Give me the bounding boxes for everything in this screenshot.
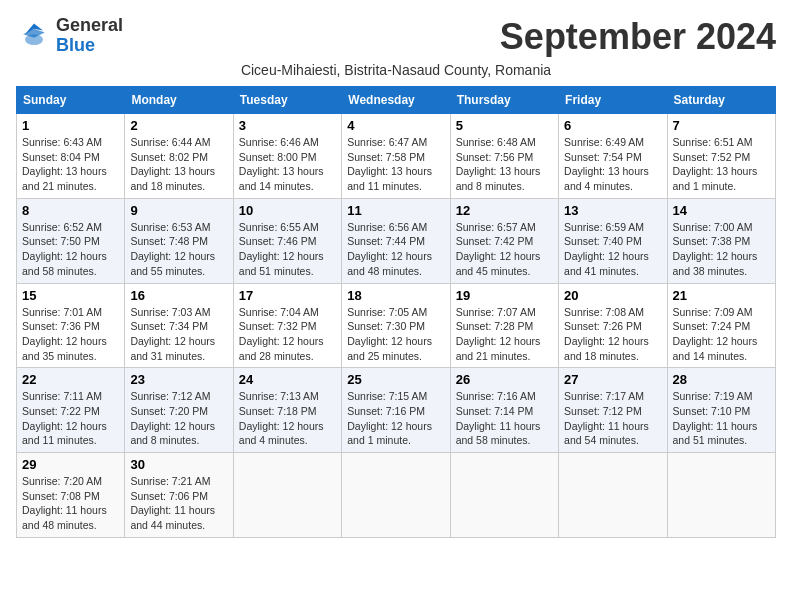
cell-info: Sunrise: 7:05 AM	[347, 305, 444, 320]
calendar-cell: 1Sunrise: 6:43 AMSunset: 8:04 PMDaylight…	[17, 114, 125, 199]
day-number: 14	[673, 203, 770, 218]
day-number: 27	[564, 372, 661, 387]
day-number: 26	[456, 372, 553, 387]
day-number: 30	[130, 457, 227, 472]
cell-info: Sunset: 7:16 PM	[347, 404, 444, 419]
calendar-cell: 26Sunrise: 7:16 AMSunset: 7:14 PMDayligh…	[450, 368, 558, 453]
day-number: 22	[22, 372, 119, 387]
day-number: 4	[347, 118, 444, 133]
calendar-cell: 22Sunrise: 7:11 AMSunset: 7:22 PMDayligh…	[17, 368, 125, 453]
day-header-sunday: Sunday	[17, 87, 125, 114]
calendar-cell: 19Sunrise: 7:07 AMSunset: 7:28 PMDayligh…	[450, 283, 558, 368]
cell-info: Daylight: 12 hours and 1 minute.	[347, 419, 444, 448]
calendar-cell: 24Sunrise: 7:13 AMSunset: 7:18 PMDayligh…	[233, 368, 341, 453]
calendar-cell: 11Sunrise: 6:56 AMSunset: 7:44 PMDayligh…	[342, 198, 450, 283]
cell-info: Daylight: 12 hours and 58 minutes.	[22, 249, 119, 278]
cell-info: Sunrise: 6:44 AM	[130, 135, 227, 150]
calendar-cell: 16Sunrise: 7:03 AMSunset: 7:34 PMDayligh…	[125, 283, 233, 368]
calendar-cell: 5Sunrise: 6:48 AMSunset: 7:56 PMDaylight…	[450, 114, 558, 199]
cell-info: Sunrise: 7:11 AM	[22, 389, 119, 404]
day-number: 6	[564, 118, 661, 133]
cell-info: Sunset: 7:24 PM	[673, 319, 770, 334]
cell-info: Sunrise: 6:52 AM	[22, 220, 119, 235]
cell-info: Sunrise: 7:17 AM	[564, 389, 661, 404]
cell-info: Sunrise: 7:04 AM	[239, 305, 336, 320]
day-number: 12	[456, 203, 553, 218]
cell-info: Daylight: 12 hours and 48 minutes.	[347, 249, 444, 278]
calendar-cell: 12Sunrise: 6:57 AMSunset: 7:42 PMDayligh…	[450, 198, 558, 283]
day-number: 8	[22, 203, 119, 218]
cell-info: Sunrise: 6:49 AM	[564, 135, 661, 150]
day-number: 24	[239, 372, 336, 387]
cell-info: Sunrise: 6:55 AM	[239, 220, 336, 235]
calendar-cell: 6Sunrise: 6:49 AMSunset: 7:54 PMDaylight…	[559, 114, 667, 199]
cell-info: Sunset: 7:26 PM	[564, 319, 661, 334]
day-number: 9	[130, 203, 227, 218]
calendar-cell: 4Sunrise: 6:47 AMSunset: 7:58 PMDaylight…	[342, 114, 450, 199]
month-title: September 2024	[500, 16, 776, 58]
cell-info: Sunrise: 6:43 AM	[22, 135, 119, 150]
cell-info: Sunrise: 6:59 AM	[564, 220, 661, 235]
calendar-cell: 27Sunrise: 7:17 AMSunset: 7:12 PMDayligh…	[559, 368, 667, 453]
svg-point-2	[25, 34, 43, 45]
logo: General Blue	[16, 16, 123, 56]
calendar-cell: 30Sunrise: 7:21 AMSunset: 7:06 PMDayligh…	[125, 453, 233, 538]
cell-info: Daylight: 12 hours and 45 minutes.	[456, 249, 553, 278]
cell-info: Daylight: 12 hours and 8 minutes.	[130, 419, 227, 448]
calendar-cell: 9Sunrise: 6:53 AMSunset: 7:48 PMDaylight…	[125, 198, 233, 283]
calendar-cell: 8Sunrise: 6:52 AMSunset: 7:50 PMDaylight…	[17, 198, 125, 283]
cell-info: Sunset: 7:56 PM	[456, 150, 553, 165]
cell-info: Daylight: 12 hours and 11 minutes.	[22, 419, 119, 448]
day-number: 11	[347, 203, 444, 218]
calendar-cell: 14Sunrise: 7:00 AMSunset: 7:38 PMDayligh…	[667, 198, 775, 283]
cell-info: Sunset: 7:14 PM	[456, 404, 553, 419]
cell-info: Sunrise: 6:46 AM	[239, 135, 336, 150]
cell-info: Sunset: 7:40 PM	[564, 234, 661, 249]
cell-info: Daylight: 12 hours and 38 minutes.	[673, 249, 770, 278]
day-number: 13	[564, 203, 661, 218]
cell-info: Daylight: 12 hours and 25 minutes.	[347, 334, 444, 363]
day-number: 20	[564, 288, 661, 303]
calendar-cell	[342, 453, 450, 538]
logo-text: General Blue	[56, 16, 123, 56]
cell-info: Sunset: 7:10 PM	[673, 404, 770, 419]
day-header-monday: Monday	[125, 87, 233, 114]
cell-info: Sunrise: 6:51 AM	[673, 135, 770, 150]
calendar-cell: 7Sunrise: 6:51 AMSunset: 7:52 PMDaylight…	[667, 114, 775, 199]
cell-info: Sunrise: 7:08 AM	[564, 305, 661, 320]
cell-info: Sunrise: 7:20 AM	[22, 474, 119, 489]
cell-info: Daylight: 12 hours and 21 minutes.	[456, 334, 553, 363]
cell-info: Sunset: 7:52 PM	[673, 150, 770, 165]
cell-info: Sunset: 7:44 PM	[347, 234, 444, 249]
cell-info: Sunset: 7:54 PM	[564, 150, 661, 165]
cell-info: Sunset: 7:38 PM	[673, 234, 770, 249]
day-number: 15	[22, 288, 119, 303]
cell-info: Daylight: 12 hours and 28 minutes.	[239, 334, 336, 363]
cell-info: Sunset: 7:46 PM	[239, 234, 336, 249]
day-number: 7	[673, 118, 770, 133]
day-header-wednesday: Wednesday	[342, 87, 450, 114]
calendar-cell: 25Sunrise: 7:15 AMSunset: 7:16 PMDayligh…	[342, 368, 450, 453]
cell-info: Daylight: 13 hours and 21 minutes.	[22, 164, 119, 193]
cell-info: Sunrise: 7:19 AM	[673, 389, 770, 404]
calendar-cell: 29Sunrise: 7:20 AMSunset: 7:08 PMDayligh…	[17, 453, 125, 538]
day-number: 3	[239, 118, 336, 133]
cell-info: Sunset: 7:22 PM	[22, 404, 119, 419]
calendar-cell	[450, 453, 558, 538]
cell-info: Sunrise: 7:09 AM	[673, 305, 770, 320]
cell-info: Daylight: 12 hours and 55 minutes.	[130, 249, 227, 278]
calendar-cell: 20Sunrise: 7:08 AMSunset: 7:26 PMDayligh…	[559, 283, 667, 368]
calendar-cell: 3Sunrise: 6:46 AMSunset: 8:00 PMDaylight…	[233, 114, 341, 199]
cell-info: Sunrise: 7:13 AM	[239, 389, 336, 404]
calendar-cell: 17Sunrise: 7:04 AMSunset: 7:32 PMDayligh…	[233, 283, 341, 368]
calendar-cell: 2Sunrise: 6:44 AMSunset: 8:02 PMDaylight…	[125, 114, 233, 199]
cell-info: Daylight: 13 hours and 8 minutes.	[456, 164, 553, 193]
cell-info: Sunset: 7:08 PM	[22, 489, 119, 504]
cell-info: Sunset: 7:18 PM	[239, 404, 336, 419]
cell-info: Sunset: 7:30 PM	[347, 319, 444, 334]
cell-info: Daylight: 12 hours and 18 minutes.	[564, 334, 661, 363]
calendar-cell: 13Sunrise: 6:59 AMSunset: 7:40 PMDayligh…	[559, 198, 667, 283]
day-number: 17	[239, 288, 336, 303]
cell-info: Sunrise: 7:21 AM	[130, 474, 227, 489]
calendar-cell	[667, 453, 775, 538]
